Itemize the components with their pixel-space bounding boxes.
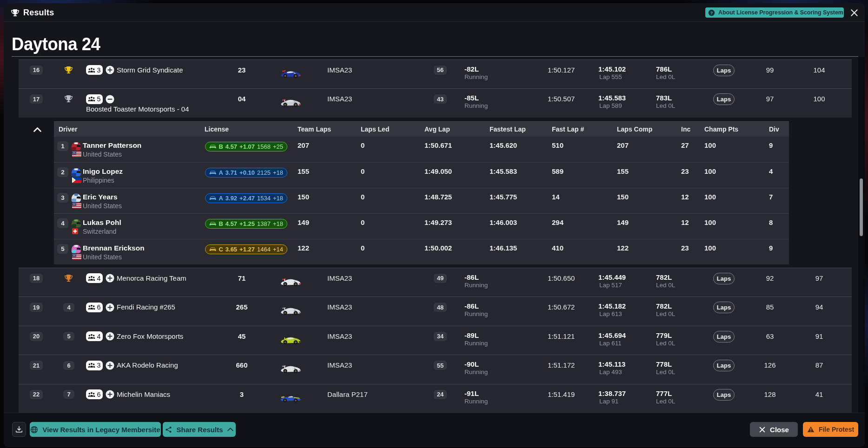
- svg-text:?: ?: [710, 10, 713, 15]
